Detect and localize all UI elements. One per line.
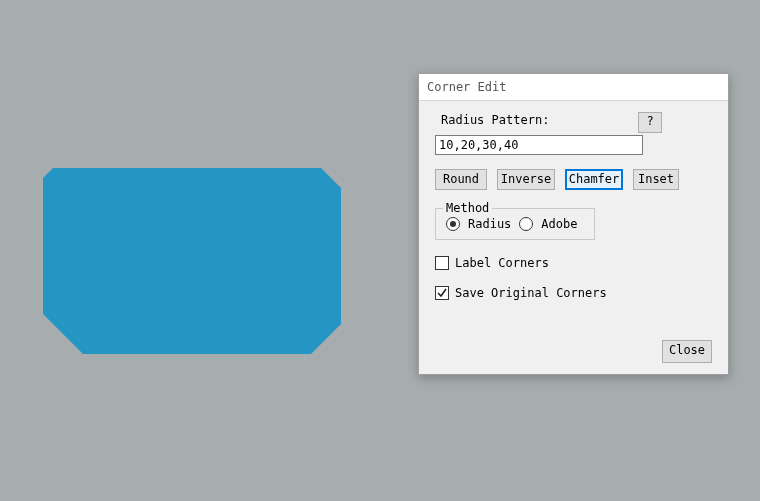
dialog-body: Radius Pattern: ? Round Inverse Chamfer … [419, 101, 728, 375]
method-fieldset: Method Radius Adobe [435, 208, 595, 240]
close-button[interactable]: Close [662, 340, 712, 363]
canvas-area: Corner Edit Radius Pattern: ? Round Inve… [0, 0, 760, 501]
chamfer-button[interactable]: Chamfer [565, 169, 623, 190]
inset-button[interactable]: Inset [633, 169, 679, 190]
method-radius-radio[interactable] [446, 217, 460, 231]
round-button-label: Round [443, 172, 479, 186]
save-original-checkbox[interactable] [435, 286, 449, 300]
label-corners-label: Label Corners [455, 256, 549, 270]
help-button[interactable]: ? [638, 112, 662, 133]
radius-pattern-input[interactable] [435, 135, 643, 155]
method-adobe-label: Adobe [541, 217, 577, 231]
round-button[interactable]: Round [435, 169, 487, 190]
save-original-row: Save Original Corners [435, 286, 712, 300]
help-button-label: ? [646, 114, 653, 128]
corner-edit-dialog: Corner Edit Radius Pattern: ? Round Inve… [418, 73, 729, 375]
label-corners-checkbox[interactable] [435, 256, 449, 270]
inverse-button[interactable]: Inverse [497, 169, 555, 190]
method-radius-label: Radius [468, 217, 511, 231]
radius-pattern-label: Radius Pattern: [441, 113, 549, 127]
close-button-label: Close [669, 343, 705, 357]
method-adobe-radio[interactable] [519, 217, 533, 231]
corner-type-buttons: Round Inverse Chamfer Inset [435, 169, 712, 190]
method-legend: Method [443, 201, 492, 215]
label-corners-row: Label Corners [435, 256, 712, 270]
save-original-label: Save Original Corners [455, 286, 607, 300]
dialog-titlebar[interactable]: Corner Edit [419, 74, 728, 101]
inset-button-label: Inset [638, 172, 674, 186]
svg-marker-0 [43, 168, 341, 354]
chamfer-button-label: Chamfer [569, 172, 620, 186]
inverse-button-label: Inverse [501, 172, 552, 186]
chamfered-rectangle[interactable] [43, 168, 341, 354]
dialog-title: Corner Edit [427, 80, 506, 94]
